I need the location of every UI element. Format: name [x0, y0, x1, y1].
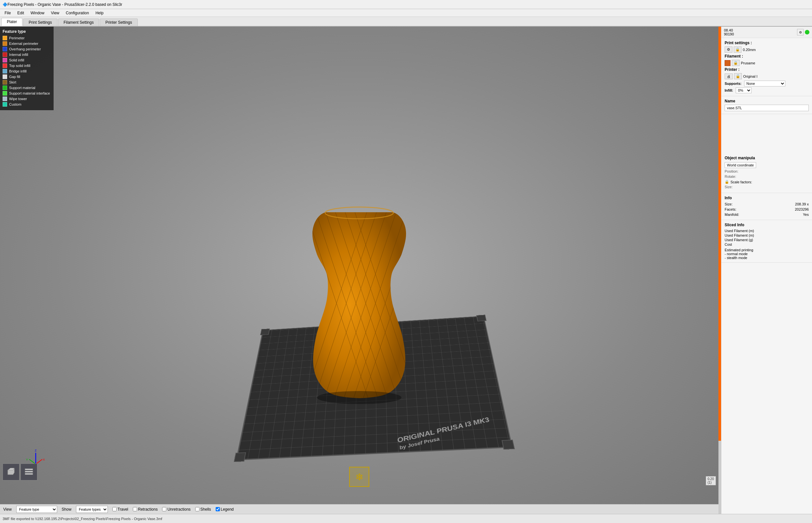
facets-label: Facets: — [725, 208, 736, 211]
show-select[interactable]: Feature types All None — [76, 506, 108, 513]
name-value-display: vase.STL — [725, 105, 809, 111]
tab-filament-settings[interactable]: Filament Settings — [58, 19, 99, 26]
menu-view[interactable]: View — [48, 10, 63, 16]
legend-item-custom: Custom — [3, 102, 51, 107]
estimated-label: Estimated printing — [725, 248, 809, 252]
legend-color-solid-infill — [3, 58, 7, 62]
legend-color-bridge-infill — [3, 69, 7, 73]
tab-print-settings[interactable]: Print Settings — [23, 19, 57, 26]
filament-lock-button[interactable]: 🔒 — [732, 60, 740, 66]
titlebar: 🔷 Freezing Pixels - Organic Vase - Prusa… — [0, 0, 812, 9]
name-heading: Name — [725, 99, 809, 103]
svg-text:Z: Z — [35, 449, 37, 452]
legend-label-perimeter: Perimeter — [9, 36, 25, 40]
svg-rect-24 — [25, 473, 33, 474]
bed-clip-tl — [260, 329, 270, 335]
print-settings-value: 0.20mm — [743, 48, 756, 52]
name-section: Name vase.STL — [721, 96, 812, 114]
legend-checkbox-container: Legend — [216, 507, 234, 512]
object-manipulation-heading: Object manipula — [725, 156, 809, 160]
vase-shadow — [317, 391, 401, 404]
menu-help[interactable]: Help — [92, 10, 107, 16]
filament-color-swatch — [725, 60, 731, 66]
svg-rect-23 — [25, 471, 33, 472]
infill-row: Infill: 0% 10% 20% — [725, 87, 809, 93]
printer-heading: Printer : — [725, 67, 809, 72]
progress-bar — [718, 26, 721, 514]
view-label: View — [3, 507, 12, 512]
printer-value: Original I — [743, 74, 757, 78]
retractions-label: Retractions — [138, 507, 158, 512]
status-green-dot — [805, 30, 809, 34]
supports-select[interactable]: None Everywhere Only from build plate — [744, 80, 786, 87]
zoom-level: (1) — [708, 481, 714, 484]
legend-item-solid-infill: Solid infill — [3, 58, 51, 62]
print-settings-lock[interactable]: 🔒 — [734, 47, 741, 53]
layers-view-button[interactable] — [20, 464, 37, 481]
legend-panel: Feature type Perimeter External perimete… — [0, 26, 54, 110]
filament-row: 🔒 Prusame — [725, 60, 809, 66]
tab-printer-settings[interactable]: Printer Settings — [100, 19, 137, 26]
print-settings-button[interactable]: ⚙ — [725, 47, 732, 53]
snowflake-button[interactable]: ❄ — [349, 467, 369, 487]
legend-label-internal-infill: Internal infill — [9, 53, 28, 57]
menu-edit[interactable]: Edit — [14, 10, 27, 16]
menu-window[interactable]: Window — [27, 10, 48, 16]
travel-checkbox[interactable] — [112, 507, 117, 511]
legend-item-external-perimeter: External perimeter — [3, 41, 51, 46]
retractions-checkbox[interactable] — [133, 507, 137, 511]
legend-color-wipe-tower — [3, 96, 7, 101]
printer-icon-button[interactable]: 🖨 — [725, 73, 733, 79]
unretractions-checkbox[interactable] — [162, 507, 166, 511]
infill-label: Infill: — [725, 88, 733, 92]
legend-label-custom: Custom — [9, 102, 21, 106]
view-type-select[interactable]: Feature type Height Speed Volumetric flo… — [16, 506, 57, 513]
manifold-value: Yes — [803, 213, 809, 216]
printer-lock-button[interactable]: 🔒 — [734, 73, 742, 79]
size-info-value: 208.39 x — [795, 202, 809, 206]
legend-color-perimeter — [3, 36, 7, 40]
statusbar: 3MF file exported to \\192.168.195.2\Pro… — [0, 514, 812, 523]
legend-label-solid-infill: Solid infill — [9, 58, 24, 62]
legend-checkbox[interactable] — [216, 507, 220, 511]
facets-value: 2023296 — [795, 208, 809, 211]
bed-clip-tr — [476, 314, 487, 322]
world-coord-row: World coordinate — [725, 162, 809, 168]
size-label: Size: — [725, 185, 748, 189]
legend-color-internal-infill — [3, 52, 7, 57]
legend-color-gap-fill — [3, 74, 7, 79]
cost-row: Cost — [725, 242, 809, 247]
cube-view-button[interactable] — [3, 464, 19, 481]
filament-heading: Filament : — [725, 54, 809, 58]
svg-text:X: X — [43, 458, 45, 461]
retractions-checkbox-container: Retractions — [133, 507, 158, 512]
legend-label-wipe-tower: Wipe tower — [9, 97, 27, 101]
tab-plater[interactable]: Plater — [1, 18, 22, 26]
menubar: File Edit Window View Configuration Help — [0, 9, 812, 17]
world-coordinate-button[interactable]: World coordinate — [725, 162, 756, 168]
legend-label-bridge-infill: Bridge infill — [9, 69, 26, 73]
bed-clip-bl — [234, 452, 246, 462]
info-section: Info Size: 208.39 x Facets: 2023296 Mani… — [721, 193, 812, 220]
legend-color-external-perimeter — [3, 41, 7, 46]
used-filament-m2-label: Used Filament (m) — [725, 233, 754, 237]
print-settings-row: ⚙ 🔒 0.20mm — [725, 47, 809, 53]
legend-item-gap-fill: Gap fill — [3, 74, 51, 79]
menu-file[interactable]: File — [1, 10, 14, 16]
viewport[interactable]: ORIGINAL PRUSA I3 MK3 by Josef Prusa — [0, 26, 718, 505]
shells-checkbox[interactable] — [195, 507, 200, 511]
infill-select[interactable]: 0% 10% 20% — [736, 87, 752, 93]
tabbar: Plater Print Settings Filament Settings … — [0, 17, 812, 26]
manifold-row: Manifold: Yes — [725, 212, 809, 217]
travel-checkbox-container: Travel — [112, 507, 128, 512]
svg-text:Y: Y — [26, 458, 28, 461]
print-settings-section: Print settings : ⚙ 🔒 0.20mm Filament : 🔒… — [721, 38, 812, 96]
shells-label: Shells — [201, 507, 211, 512]
legend-label: Legend — [221, 507, 234, 512]
cost-label: Cost — [725, 242, 732, 246]
used-filament-m1-label: Used Filament (m) — [725, 229, 754, 233]
legend-label-overhang: Overhang perimeter — [9, 47, 41, 51]
legend-color-top-solid-infill — [3, 64, 7, 68]
menu-configuration[interactable]: Configuration — [63, 10, 92, 16]
settings-gear-button[interactable]: ⚙ — [797, 29, 804, 35]
